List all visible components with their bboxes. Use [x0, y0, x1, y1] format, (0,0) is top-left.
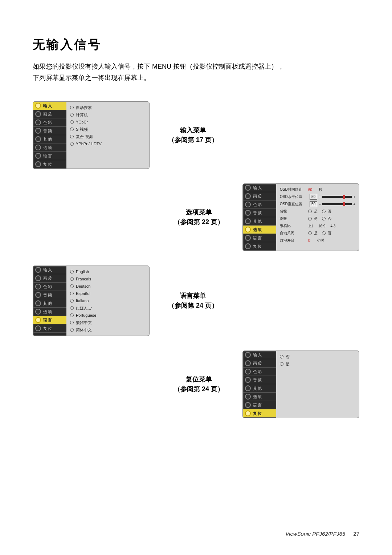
osd-tab: 画质	[33, 274, 66, 283]
input-option: S-视频	[70, 126, 146, 133]
osd-tab: 色彩	[243, 368, 276, 376]
osd-tab-label: 选项	[253, 227, 262, 232]
osd-tab-label: 音频	[43, 128, 53, 134]
osd-tab: 输入	[243, 351, 276, 359]
osd-tab-label: 音频	[43, 292, 53, 298]
slider-bar	[322, 196, 352, 198]
radio-icon	[35, 128, 41, 134]
minus-icon: −	[319, 202, 321, 206]
row-label: 灯泡寿命	[280, 238, 308, 243]
osd-tab: 选项	[243, 393, 276, 401]
osd-tab: 其他	[243, 217, 276, 226]
radio-icon	[35, 292, 41, 298]
osd-tab: 音频	[243, 376, 276, 384]
option-label: 自动搜索	[76, 105, 92, 110]
osd-tab-input: 输入	[33, 102, 66, 110]
row-value: 50	[310, 201, 317, 207]
reset-menu-caption: 复位菜单 （参阅第 24 页）	[166, 374, 232, 394]
osd-tab-label: 其他	[43, 137, 53, 142]
option-label: English	[76, 270, 89, 274]
radio-icon	[245, 218, 251, 224]
reset-option: 是	[280, 360, 355, 368]
osd-tab-label: 语言	[253, 235, 262, 241]
osd-tab-label: 其他	[43, 301, 53, 306]
radio-icon	[70, 313, 74, 317]
radio-icon	[308, 231, 312, 235]
radio-icon	[280, 362, 283, 366]
row-unit: 秒	[319, 187, 322, 192]
option-label: 是	[286, 361, 290, 367]
opt-row: OSD垂直位置 50 − +	[280, 200, 355, 208]
osd-tab: 画质	[243, 192, 276, 200]
osd-tab: 音频	[33, 127, 66, 135]
osd-tab: 复位	[33, 160, 66, 169]
osd-tab-label: 输入	[43, 267, 53, 273]
osd-tab-label: 语言	[253, 402, 262, 408]
osd-sidebar: 输入 画质 色彩 音频 其他 选项 语言 复位	[33, 266, 66, 336]
osd-tab: 色彩	[33, 118, 66, 127]
radio-icon	[70, 328, 74, 332]
opt-row: 倒投 是 否	[280, 215, 355, 222]
osd-tab: 音频	[33, 291, 66, 299]
radio-icon	[35, 300, 41, 306]
opt-row: 背投 是 否	[280, 208, 355, 215]
osd-sidebar: 输入 画质 色彩 音频 其他 选项 语言 复位	[243, 351, 276, 418]
osd-tab-label: 色彩	[43, 120, 53, 125]
osd-tab: 选项	[33, 143, 66, 152]
osd-tab-label: 音频	[253, 210, 262, 216]
language-menu-caption: 语言菜单 （参阅第 24 页）	[160, 291, 226, 311]
input-option: 自动搜索	[70, 104, 146, 111]
plus-icon: +	[353, 202, 355, 206]
radio-icon	[245, 235, 251, 241]
radio-icon	[35, 153, 41, 159]
option-label: 计算机	[76, 112, 88, 118]
option-label: にほんご	[76, 305, 92, 311]
aspect-opt: 1:1	[308, 224, 313, 228]
intro-text: 如果您的投影仪没有接人输入信号，按下 MENU 按钮（投影仪控制面板或遥控器上）…	[33, 61, 359, 83]
lang-option: Français	[70, 275, 146, 283]
radio-icon	[70, 306, 74, 310]
osd-tab: 选项	[33, 308, 66, 316]
row-value: 50	[310, 194, 317, 200]
osd-tab-label: 音频	[253, 377, 262, 383]
option-label: YCbCr	[76, 120, 88, 124]
osd-sidebar: 输入 画质 色彩 音频 其他 选项 语言 复位	[33, 102, 66, 169]
osd-tab-label: 画质	[253, 361, 262, 366]
osd-tab-label: 输入	[253, 185, 262, 191]
osd-main: 自动搜索 计算机 YCbCr S-视频 复合-视频 YPbPr / HDTV	[66, 102, 149, 169]
osd-tab: 其他	[33, 299, 66, 308]
radio-icon	[308, 210, 312, 213]
osd-tab-label: 其他	[253, 219, 262, 224]
osd-tab-label: 复位	[253, 411, 262, 416]
osd-tab: 音频	[243, 209, 276, 217]
input-osd: 输入 画质 色彩 音频 其他 选项 语言 复位 自动搜索 计算机 YCbCr S…	[33, 101, 150, 169]
radio-icon	[70, 106, 74, 109]
row-value: 60	[308, 188, 312, 192]
intro-line: 下列屏幕显示菜单之一将出现在屏幕上。	[33, 72, 359, 84]
minus-icon: −	[319, 195, 321, 199]
options-menu-caption: 选项菜单 （参阅第 22 页）	[166, 207, 232, 227]
radio-icon	[35, 136, 41, 142]
page-title: 无输入信号	[33, 36, 359, 53]
radio-icon	[245, 185, 251, 191]
osd-tab-label: 选项	[43, 145, 53, 150]
opt-yes: 是	[314, 216, 318, 221]
radio-icon	[70, 270, 74, 274]
osd-tab: 色彩	[243, 200, 276, 209]
radio-icon	[70, 127, 74, 131]
osd-tab: 其他	[243, 384, 276, 393]
opt-row: OSD水平位置 50 − +	[280, 193, 355, 200]
osd-main: English Français Deutsch Español Italian…	[66, 266, 149, 336]
osd-tab: 画质	[33, 110, 66, 118]
osd-tab-label: 输入	[253, 352, 262, 358]
radio-icon	[322, 210, 326, 213]
osd-tab-label: 复位	[43, 162, 53, 167]
lang-option: English	[70, 268, 146, 275]
radio-icon	[245, 352, 251, 358]
osd-tab-label: 选项	[43, 309, 53, 315]
opt-row: 自动关闭 是 否	[280, 230, 355, 237]
osd-tab-language: 语言	[33, 316, 66, 324]
radio-icon	[35, 111, 41, 117]
lang-option: Español	[70, 290, 146, 297]
osd-tab: 输入	[33, 266, 66, 274]
